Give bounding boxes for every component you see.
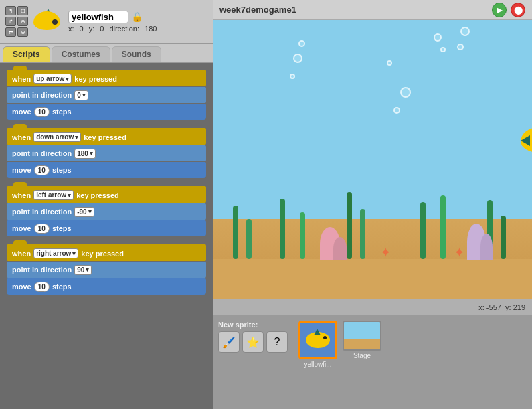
seaweed-4 <box>300 212 305 259</box>
fish-body-icon <box>33 11 60 30</box>
key-dropdown-2[interactable]: down arrow <box>33 132 81 142</box>
icon-grow[interactable]: ⊕ <box>17 17 28 26</box>
seaweed-7 <box>420 202 426 259</box>
sprite-coords: x: 0 y: 0 direction: 180 <box>68 25 207 33</box>
dir-label-4: point in direction <box>12 266 72 274</box>
stage-sand <box>213 259 532 299</box>
move-value-2[interactable]: 10 <box>34 165 50 175</box>
stop-button[interactable]: ⬤ <box>511 3 525 17</box>
dir-dropdown-1[interactable]: 0 <box>74 90 88 100</box>
y-coord-label: y: <box>505 303 511 311</box>
move-label-4: move <box>12 282 31 291</box>
seaweed-10 <box>501 216 506 259</box>
dir-label-3: point in direction <box>12 208 72 216</box>
stage[interactable]: ✦ ✦ <box>213 20 532 299</box>
script-group-down: when down arrow key pressed point in dir… <box>7 128 206 178</box>
seaweed-5 <box>347 192 352 259</box>
when-text-1: when <box>12 75 31 83</box>
fish-eye-icon <box>52 19 58 25</box>
when-key-pressed-block-1[interactable]: when up arrow key pressed <box>7 70 206 86</box>
icon-flip[interactable]: ⇄ <box>5 27 16 37</box>
sprite-thumb-yellowfish: yellowfi... <box>298 321 337 368</box>
when-key-pressed-block-4[interactable]: when right arrow key pressed <box>7 244 206 261</box>
point-direction-block-3[interactable]: point in direction -90 <box>7 203 206 220</box>
move-steps-block-3[interactable]: move 10 steps <box>7 220 206 236</box>
point-direction-block-2[interactable]: point in direction 180 <box>7 145 206 161</box>
seaweed-2 <box>246 219 252 259</box>
move-value-4[interactable]: 10 <box>34 282 50 292</box>
when-text-2: when <box>12 133 31 141</box>
tab-sounds[interactable]: Sounds <box>112 46 161 62</box>
import-sprite-button[interactable]: ⭐ <box>242 331 264 353</box>
dir-label-1: point in direction <box>12 91 72 99</box>
right-panel: week7demogame1 ▶ ⬤ <box>213 0 532 409</box>
mini-fish-icon <box>306 332 330 348</box>
dir-dropdown-2[interactable]: 180 <box>74 149 96 159</box>
script-group-right: when right arrow key pressed point in di… <box>7 244 206 295</box>
y-value: 0 <box>100 25 104 33</box>
tab-costumes[interactable]: Costumes <box>52 46 110 62</box>
pressed-text-1: key pressed <box>74 75 117 83</box>
fish-sprite-fin-side <box>521 135 530 146</box>
starfish-2: ✦ <box>454 246 467 259</box>
icon-duplicate[interactable]: ⊞ <box>17 6 28 15</box>
sprite-avatar <box>32 6 63 37</box>
key-dropdown-1[interactable]: up arrow <box>33 74 72 84</box>
steps-text-2: steps <box>52 166 72 174</box>
window-controls: ▶ ⬤ <box>492 3 525 17</box>
seaweed-1 <box>233 206 238 259</box>
tabs-bar: Scripts Costumes Sounds <box>0 44 213 63</box>
dir-dropdown-3[interactable]: -90 <box>74 207 94 217</box>
fish-sprite-body <box>521 127 532 153</box>
move-steps-block-2[interactable]: move 10 steps <box>7 162 206 178</box>
coral-4 <box>480 234 493 260</box>
point-direction-block-1[interactable]: point in direction 0 <box>7 87 206 103</box>
starfish-1: ✦ <box>380 246 393 259</box>
left-panel: ↰ ⊞ ↱ ⊕ ⇄ ⊖ <box>0 0 213 409</box>
move-label-3: move <box>12 224 31 232</box>
move-value-1[interactable]: 10 <box>34 107 50 117</box>
sprite-thumb-label-yellowfish: yellowfi... <box>304 361 331 368</box>
icon-rotate-right[interactable]: ↱ <box>5 17 16 26</box>
bubble-7 <box>393 107 400 114</box>
when-key-pressed-block-3[interactable]: when left arrow key pressed <box>7 186 206 203</box>
dir-label-2: point in direction <box>12 149 72 157</box>
icon-rotate-left[interactable]: ↰ <box>5 6 16 15</box>
move-value-3[interactable]: 10 <box>34 224 50 234</box>
coral-2 <box>333 237 347 260</box>
go-button[interactable]: ▶ <box>492 3 507 17</box>
bubble-9 <box>460 27 470 36</box>
tab-scripts[interactable]: Scripts <box>3 46 50 62</box>
dir-value: 180 <box>145 25 157 33</box>
pressed-text-2: key pressed <box>84 133 126 141</box>
bubble-10 <box>457 44 464 50</box>
new-sprite-buttons: 🖌️ ⭐ ? <box>218 331 288 353</box>
new-sprite-section: New sprite: 🖌️ ⭐ ? <box>218 321 288 353</box>
bubble-2 <box>290 74 295 79</box>
icon-shrink[interactable]: ⊖ <box>17 27 28 37</box>
seaweed-6 <box>360 209 365 259</box>
fish-sprite <box>521 127 532 153</box>
sprite-thumb-img-yellowfish[interactable] <box>298 321 337 359</box>
move-steps-block-4[interactable]: move 10 steps <box>7 278 206 295</box>
steps-text-1: steps <box>52 108 72 116</box>
key-dropdown-4[interactable]: right arrow <box>33 248 78 258</box>
mini-fish-fin-icon <box>314 329 321 335</box>
move-steps-block-1[interactable]: move 10 steps <box>7 104 206 120</box>
y-label: y: <box>89 25 95 33</box>
random-sprite-button[interactable]: ? <box>266 331 288 353</box>
dir-dropdown-4[interactable]: 90 <box>74 265 92 275</box>
stage-thumb-img[interactable] <box>343 321 381 351</box>
paint-sprite-button[interactable]: 🖌️ <box>218 331 240 353</box>
sprite-name-row: 🔒 <box>68 11 207 23</box>
sprite-thumb-stage: Stage <box>343 321 381 368</box>
dir-label: direction: <box>109 25 139 33</box>
key-dropdown-3[interactable]: left arrow <box>33 190 74 200</box>
script-group-up: when up arrow key pressed point in direc… <box>7 70 206 120</box>
mini-fish-eye-icon <box>323 336 327 339</box>
sprite-header: ↰ ⊞ ↱ ⊕ ⇄ ⊖ <box>0 0 213 44</box>
point-direction-block-4[interactable]: point in direction 90 <box>7 262 206 278</box>
when-text-4: when <box>12 250 31 258</box>
sprite-name-input[interactable] <box>68 11 128 23</box>
when-key-pressed-block-2[interactable]: when down arrow key pressed <box>7 128 206 145</box>
